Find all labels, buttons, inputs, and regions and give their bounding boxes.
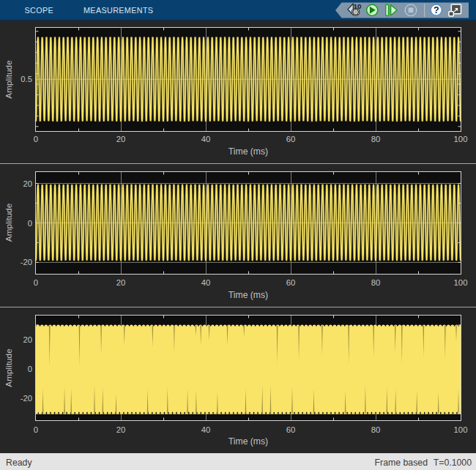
svg-text:20: 20 [23, 335, 32, 344]
svg-text:?: ? [434, 5, 439, 15]
svg-text:0: 0 [34, 135, 38, 143]
svg-text:20: 20 [116, 425, 126, 434]
svg-text:100: 100 [454, 278, 468, 287]
svg-text:60: 60 [286, 135, 296, 143]
svg-text:-20: -20 [21, 394, 32, 403]
svg-text:80: 80 [371, 425, 381, 434]
svg-text:SCOPE: SCOPE [25, 6, 54, 15]
svg-text:0: 0 [34, 278, 38, 287]
svg-text:20: 20 [116, 135, 126, 143]
svg-text:MEASUREMENTS: MEASUREMENTS [83, 6, 153, 15]
svg-text:80: 80 [371, 278, 381, 287]
svg-text:Ready: Ready [6, 458, 32, 468]
svg-text:-20: -20 [21, 258, 32, 266]
svg-text:Time (ms): Time (ms) [228, 290, 268, 300]
svg-text:100: 100 [454, 425, 468, 434]
svg-text:T=0.1000: T=0.1000 [434, 458, 472, 468]
svg-text:100: 100 [454, 135, 468, 143]
svg-text:0: 0 [28, 219, 32, 228]
svg-text:Frame based: Frame based [375, 458, 428, 468]
svg-text:0.5: 0.5 [21, 75, 32, 83]
svg-text:80: 80 [371, 135, 381, 143]
svg-text:Time (ms): Time (ms) [228, 436, 268, 447]
svg-text:Amplitude: Amplitude [4, 348, 14, 387]
svg-text:Amplitude: Amplitude [4, 203, 14, 242]
svg-text:40: 40 [201, 425, 211, 434]
svg-text:60: 60 [286, 278, 296, 287]
svg-text:40: 40 [201, 135, 211, 143]
svg-text:Time (ms): Time (ms) [228, 146, 268, 157]
svg-text:20: 20 [116, 278, 126, 287]
svg-text:40: 40 [201, 278, 211, 287]
svg-text:20: 20 [23, 179, 32, 188]
svg-text:Amplitude: Amplitude [4, 60, 14, 99]
svg-text:0: 0 [34, 425, 38, 434]
svg-text:0: 0 [28, 365, 32, 373]
svg-text:60: 60 [286, 425, 296, 434]
